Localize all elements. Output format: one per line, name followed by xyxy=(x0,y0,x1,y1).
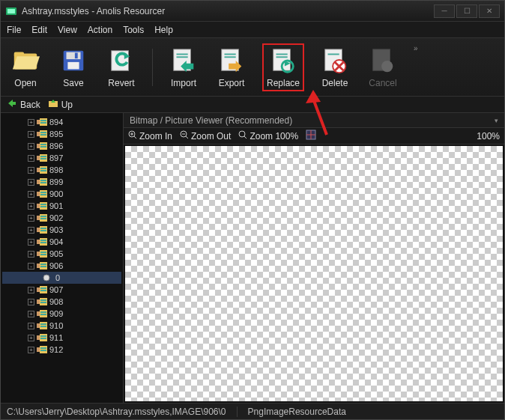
tree-item-895[interactable]: +895 xyxy=(2,128,121,140)
svg-rect-109 xyxy=(40,347,46,349)
resource-icon xyxy=(37,214,47,222)
svg-rect-7 xyxy=(67,61,79,69)
expand-icon[interactable]: + xyxy=(28,143,34,150)
svg-marker-31 xyxy=(8,100,16,107)
up-button[interactable]: Up xyxy=(48,98,73,111)
svg-rect-90 xyxy=(40,290,46,291)
tree-item-label: 898 xyxy=(49,165,63,174)
menu-edit[interactable]: Edit xyxy=(31,25,47,35)
svg-rect-80 xyxy=(40,252,46,253)
expand-icon[interactable]: + xyxy=(28,119,34,126)
tree-item-908[interactable]: +908 xyxy=(2,296,121,308)
expand-icon[interactable]: + xyxy=(28,251,34,258)
close-button[interactable]: ✕ xyxy=(479,4,500,18)
tree-item-899[interactable]: +899 xyxy=(2,176,121,188)
viewer-mode-dropdown[interactable]: Bitmap / Picture Viewer (Recommended) ▾ xyxy=(124,113,504,128)
tree-item-894[interactable]: +894 xyxy=(2,116,121,128)
svg-rect-17 xyxy=(225,56,236,58)
tree-item-905[interactable]: +905 xyxy=(2,248,121,260)
svg-rect-95 xyxy=(37,311,40,316)
tree-item-900[interactable]: +900 xyxy=(2,188,121,200)
zoom-reset-icon xyxy=(238,130,247,141)
menu-tools[interactable]: Tools xyxy=(123,25,144,35)
tree-item-904[interactable]: +904 xyxy=(2,236,121,248)
menu-help[interactable]: Help xyxy=(154,25,173,35)
menu-view[interactable]: View xyxy=(58,25,77,35)
tree-item-906[interactable]: -906 xyxy=(2,260,121,272)
svg-point-118 xyxy=(239,131,245,137)
expand-icon[interactable]: + xyxy=(28,239,34,246)
back-button[interactable]: Back xyxy=(7,98,40,111)
svg-line-112 xyxy=(134,136,136,139)
svg-rect-106 xyxy=(40,338,46,339)
expand-icon[interactable]: + xyxy=(28,347,34,353)
image-canvas[interactable] xyxy=(125,146,503,401)
save-button[interactable]: Save xyxy=(56,45,91,90)
export-button[interactable]: Export xyxy=(214,45,249,90)
tree-item-897[interactable]: +897 xyxy=(2,152,121,164)
tree-item-903[interactable]: +903 xyxy=(2,224,121,236)
resource-icon xyxy=(37,334,47,341)
tree-leaf-0[interactable]: 0 xyxy=(2,272,121,284)
tree-item-label: 905 xyxy=(49,249,63,258)
tree-item-912[interactable]: +912 xyxy=(2,344,121,356)
resource-icon xyxy=(37,118,47,126)
svg-rect-56 xyxy=(40,180,46,181)
delete-button[interactable]: Delete xyxy=(318,45,352,90)
collapse-icon[interactable]: - xyxy=(28,263,34,270)
title-bar[interactable]: Ashtray.msstyles - Anolis Resourcer ─ ☐ … xyxy=(1,1,504,22)
tree-item-909[interactable]: +909 xyxy=(2,308,121,320)
zoom-in-button[interactable]: Zoom In xyxy=(128,130,172,141)
tree-item-910[interactable]: +910 xyxy=(2,320,121,332)
toolbar-separator xyxy=(152,49,153,86)
tree-item-907[interactable]: +907 xyxy=(2,284,121,296)
svg-rect-40 xyxy=(40,132,46,133)
expand-icon[interactable]: + xyxy=(28,287,34,293)
toolbar-overflow-icon[interactable]: » xyxy=(414,44,418,52)
tree-item-901[interactable]: +901 xyxy=(2,200,121,212)
expand-icon[interactable]: + xyxy=(28,131,34,138)
expand-icon[interactable]: + xyxy=(28,335,34,341)
svg-rect-76 xyxy=(40,240,46,241)
expand-icon[interactable]: + xyxy=(28,155,34,162)
floppy-icon xyxy=(59,46,88,75)
tree-item-911[interactable]: +911 xyxy=(2,332,121,344)
svg-rect-61 xyxy=(40,194,46,195)
tree-panel[interactable]: +894+895+896+897+898+899+900+901+902+903… xyxy=(1,113,124,403)
menu-action[interactable]: Action xyxy=(88,25,112,35)
expand-icon[interactable]: + xyxy=(28,203,34,210)
back-arrow-icon xyxy=(7,98,17,111)
svg-rect-42 xyxy=(37,144,40,148)
svg-rect-48 xyxy=(40,156,46,157)
tree-item-902[interactable]: +902 xyxy=(2,212,121,224)
minimize-button[interactable]: ─ xyxy=(434,4,455,18)
expand-icon[interactable]: + xyxy=(28,227,34,234)
expand-icon[interactable]: + xyxy=(28,215,34,222)
zoom-bar: Zoom In Zoom Out Zoom 100% 100% xyxy=(124,128,504,144)
tree-item-label: 907 xyxy=(49,285,63,294)
open-button[interactable]: Open xyxy=(8,45,43,90)
zoom-100-button[interactable]: Zoom 100% xyxy=(238,130,298,141)
revert-button[interactable]: Revert xyxy=(104,45,139,90)
maximize-button[interactable]: ☐ xyxy=(456,4,477,18)
svg-rect-70 xyxy=(37,228,40,232)
expand-icon[interactable]: + xyxy=(28,191,34,198)
expand-icon[interactable]: + xyxy=(28,311,34,317)
expand-icon[interactable]: + xyxy=(28,179,34,186)
expand-icon[interactable]: + xyxy=(28,167,34,174)
import-button[interactable]: Import xyxy=(166,45,201,90)
expand-icon[interactable]: + xyxy=(28,323,34,329)
replace-button[interactable]: Replace xyxy=(262,43,304,91)
tree-item-896[interactable]: +896 xyxy=(2,140,121,152)
resource-icon xyxy=(37,166,47,174)
app-window: Ashtray.msstyles - Anolis Resourcer ─ ☐ … xyxy=(0,0,505,420)
toggle-grid-button[interactable] xyxy=(306,130,316,142)
import-icon xyxy=(169,46,198,75)
tree-item-898[interactable]: +898 xyxy=(2,164,121,176)
svg-rect-101 xyxy=(40,323,46,325)
svg-line-116 xyxy=(186,136,188,139)
svg-rect-41 xyxy=(40,134,46,136)
menu-file[interactable]: File xyxy=(7,25,21,35)
expand-icon[interactable]: + xyxy=(28,299,34,305)
zoom-out-button[interactable]: Zoom Out xyxy=(180,130,231,141)
